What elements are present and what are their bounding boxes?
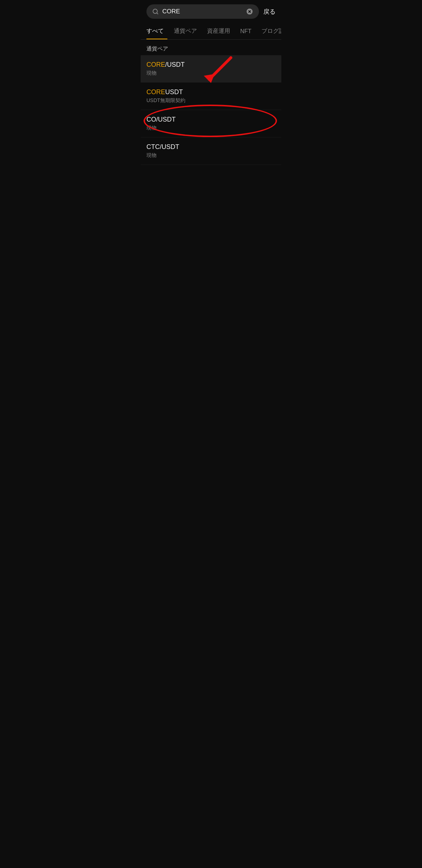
list-item-title: CTC/USDT xyxy=(146,143,276,151)
list-item-core-usdt-perp[interactable]: COREUSDT USDT無期限契約 xyxy=(141,83,281,110)
tabs-container: すべて 通貨ペア 資産運用 NFT ブログ記事 Web3 xyxy=(141,23,281,40)
clear-icon[interactable] xyxy=(246,8,253,15)
svg-line-1 xyxy=(157,13,158,14)
back-button[interactable]: 戻る xyxy=(263,8,276,16)
section-currency-pair: 通貨ペア xyxy=(141,40,281,55)
list-item-core-usdt-spot[interactable]: CORE/USDT 現物 xyxy=(141,55,281,83)
tab-blog[interactable]: ブログ記事 xyxy=(258,23,281,39)
list-item-subtitle: USDT無期限契約 xyxy=(146,97,276,104)
list-item-co-usdt[interactable]: CO/USDT 現物 xyxy=(141,110,281,137)
search-icon xyxy=(152,8,159,15)
list-item-subtitle: 現物 xyxy=(146,70,276,76)
list-item-title: CORE/USDT xyxy=(146,61,276,69)
list-item-subtitle: 現物 xyxy=(146,125,276,131)
list-item-ctc-usdt[interactable]: CTC/USDT 現物 xyxy=(141,137,281,165)
search-input-container[interactable]: CORE xyxy=(146,4,259,19)
list-item-title: COREUSDT xyxy=(146,88,276,96)
tab-pair[interactable]: 通貨ペア xyxy=(170,23,201,39)
list-item-title: CO/USDT xyxy=(146,116,276,123)
list-item-subtitle: 現物 xyxy=(146,152,276,159)
tab-asset[interactable]: 資産運用 xyxy=(203,23,234,39)
tab-nft[interactable]: NFT xyxy=(237,24,255,39)
search-input[interactable]: CORE xyxy=(162,8,242,15)
tab-all[interactable]: すべて xyxy=(146,23,167,39)
search-bar: CORE 戻る xyxy=(141,0,281,23)
